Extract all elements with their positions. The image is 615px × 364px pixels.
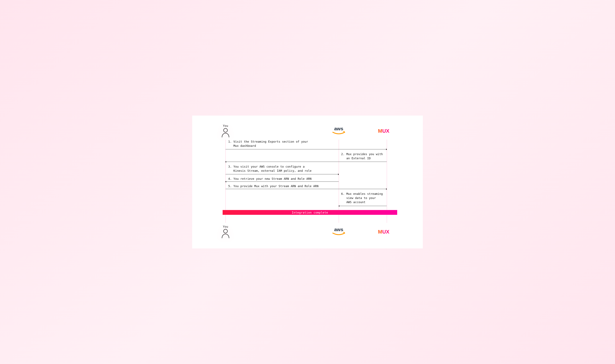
step-6-text: 6. Mux enables streaming view data to yo…: [341, 192, 389, 204]
mux-logo-icon: MUX: [378, 128, 396, 134]
person-icon: [221, 128, 230, 138]
actor-you-top: You: [221, 124, 230, 138]
arrow-2: [226, 162, 387, 162]
actor-aws-bottom: aws: [330, 226, 348, 237]
actor-you-bottom: You: [221, 225, 230, 238]
actor-mux-top: MUX: [378, 128, 396, 134]
svg-text:MUX: MUX: [378, 128, 389, 134]
actor-you-label-bottom: You: [223, 225, 228, 228]
banner-text: Integration complete: [292, 211, 328, 214]
arrow-5: [226, 189, 387, 189]
integration-complete-banner: Integration complete: [223, 210, 397, 215]
actors-bottom: You aws MUX: [202, 223, 413, 240]
svg-text:aws: aws: [334, 227, 343, 232]
step-2-text: 2. Mux provides you with an External ID: [341, 152, 389, 160]
arrow-3: [226, 174, 339, 174]
person-icon: [221, 229, 230, 238]
aws-logo-icon: aws: [330, 126, 348, 136]
svg-point-3: [224, 229, 227, 233]
sequence-body: 1. Visit the Streaming Exports section o…: [202, 140, 413, 223]
actor-you-label: You: [223, 124, 228, 127]
arrow-4: [226, 182, 339, 182]
svg-point-0: [224, 128, 227, 132]
step-4-text: 4. You retrieve your new Stream ARN and …: [228, 177, 337, 181]
svg-text:MUX: MUX: [378, 229, 389, 235]
sequence-diagram: You aws MUX 1. Visit the S: [192, 116, 423, 248]
mux-logo-icon: MUX: [378, 228, 396, 235]
arrow-1: [226, 149, 387, 149]
step-3-text: 3. You visit your AWS console to configu…: [228, 165, 337, 173]
actors-top: You aws MUX: [202, 122, 413, 140]
aws-logo-icon: aws: [330, 226, 348, 237]
step-5-text: 5. You provide Mux with your Stream ARN …: [228, 184, 340, 188]
actor-aws-top: aws: [330, 126, 348, 136]
arrow-6: [339, 206, 387, 206]
step-1-text: 1. Visit the Streaming Exports section o…: [228, 140, 335, 148]
actor-mux-bottom: MUX: [378, 228, 396, 235]
svg-text:aws: aws: [334, 126, 343, 131]
